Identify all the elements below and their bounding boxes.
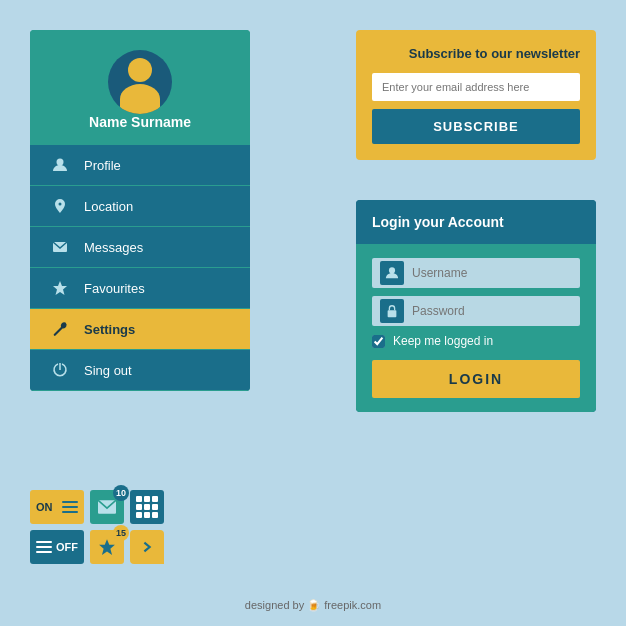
icon-row-1: ON 10 — [30, 490, 164, 524]
toggle-on[interactable]: ON — [30, 490, 84, 524]
sidebar-item-location[interactable]: Location — [30, 186, 250, 227]
sidebar-item-settings-label: Settings — [84, 322, 135, 337]
profile-header: Name Surname — [30, 30, 250, 145]
grid-icon[interactable] — [130, 490, 164, 524]
toggle-off-label: OFF — [56, 541, 78, 553]
subscribe-button[interactable]: SUBSCRIBE — [372, 109, 580, 144]
keep-logged-label: Keep me logged in — [393, 334, 493, 348]
toggle-off[interactable]: OFF — [30, 530, 84, 564]
sidebar-item-settings[interactable]: Settings — [30, 309, 250, 350]
username-input[interactable] — [412, 258, 572, 288]
chevron-bubble-icon[interactable] — [130, 530, 164, 564]
footer: designed by 🍺 freepik.com — [0, 599, 626, 612]
envelope-badge-icon[interactable]: 10 — [90, 490, 124, 524]
login-panel: Login your Account Keep me logged — [356, 200, 596, 412]
toggle-on-label: ON — [36, 501, 53, 513]
profile-name: Name Surname — [89, 114, 191, 130]
sidebar-item-favourites[interactable]: Favourites — [30, 268, 250, 309]
sidebar-item-favourites-label: Favourites — [84, 281, 145, 296]
grid-dots — [136, 496, 158, 518]
login-body: Keep me logged in LOGIN — [356, 244, 596, 412]
svg-point-0 — [57, 159, 64, 166]
password-icon — [380, 299, 404, 323]
password-row — [372, 296, 580, 326]
sidebar-item-signout[interactable]: Sing out — [30, 350, 250, 391]
bottom-icons: ON 10 — [30, 490, 164, 564]
keep-logged-checkbox[interactable] — [372, 335, 385, 348]
sidebar-item-location-label: Location — [84, 199, 133, 214]
login-title: Login your Account — [356, 200, 596, 244]
svg-rect-5 — [388, 310, 397, 317]
sidebar-item-messages-label: Messages — [84, 240, 143, 255]
lines-icon-2 — [36, 541, 52, 553]
newsletter-title: Subscribe to our newsletter — [372, 46, 580, 61]
star-icon — [50, 278, 70, 298]
power-icon — [50, 360, 70, 380]
location-icon — [50, 196, 70, 216]
newsletter-panel: Subscribe to our newsletter SUBSCRIBE — [356, 30, 596, 160]
profile-panel: Name Surname Profile Location Messages — [30, 30, 250, 391]
keep-logged-row: Keep me logged in — [372, 334, 580, 348]
envelope-badge: 10 — [113, 485, 129, 501]
svg-marker-2 — [53, 281, 67, 295]
avatar-head — [128, 58, 152, 82]
star-badge: 15 — [113, 525, 129, 541]
username-row — [372, 258, 580, 288]
star-badge-icon[interactable]: 15 — [90, 530, 124, 564]
svg-point-4 — [389, 267, 395, 273]
sidebar-item-profile[interactable]: Profile — [30, 145, 250, 186]
lines-icon-1 — [62, 501, 78, 513]
avatar-body — [120, 84, 160, 114]
email-input[interactable] — [372, 73, 580, 101]
avatar — [108, 50, 172, 114]
sidebar-item-profile-label: Profile — [84, 158, 121, 173]
username-icon — [380, 261, 404, 285]
person-icon — [50, 155, 70, 175]
footer-text: designed by 🍺 freepik.com — [245, 599, 381, 611]
login-button[interactable]: LOGIN — [372, 360, 580, 398]
sidebar-item-messages[interactable]: Messages — [30, 227, 250, 268]
password-input[interactable] — [412, 296, 572, 326]
svg-marker-7 — [99, 539, 115, 555]
envelope-icon — [50, 237, 70, 257]
wrench-icon — [50, 319, 70, 339]
icon-row-2: OFF 15 — [30, 530, 164, 564]
sidebar-item-signout-label: Sing out — [84, 363, 132, 378]
